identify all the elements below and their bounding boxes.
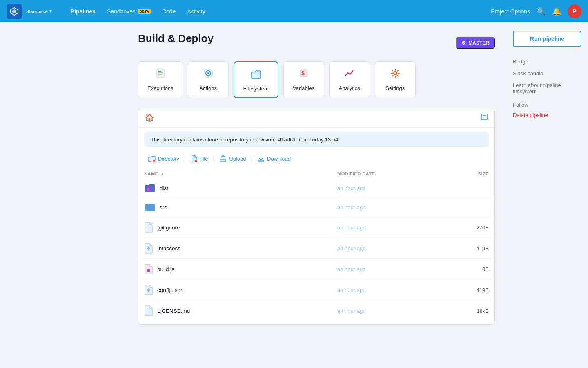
svg-point-23 [147, 188, 150, 191]
tab-variables[interactable]: $ Variables [283, 61, 324, 98]
nav-activity[interactable]: Activity [187, 8, 205, 15]
nav-pipelines[interactable]: Pipelines [71, 8, 96, 15]
table-row: dist an hour ago [141, 179, 492, 198]
svg-point-8 [207, 72, 209, 74]
col-name[interactable]: NAME ▲ [141, 169, 334, 179]
folder-colored-icon [144, 184, 156, 193]
divider-2: | [212, 155, 216, 162]
page-title: Build & Deploy [138, 32, 214, 45]
notifications-icon[interactable]: 🔔 [552, 7, 561, 16]
download-button[interactable]: Download [253, 153, 295, 164]
top-navigation: Starspace ▾ Pipelines Sandboxes BETA Cod… [0, 0, 588, 22]
file-name-src[interactable]: src [144, 203, 331, 212]
home-icon[interactable]: 🏠 [145, 113, 154, 122]
svg-rect-13 [481, 114, 487, 120]
title-row: Build & Deploy ⚙ MASTER [138, 32, 495, 53]
svg-text:+: + [153, 160, 155, 163]
svg-rect-5 [158, 74, 162, 75]
directory-button[interactable]: + Directory [144, 153, 183, 164]
follow-section: Follow Delete pipeline [513, 102, 581, 118]
sidebar-left [0, 22, 127, 368]
col-size[interactable]: SIZE [439, 169, 492, 179]
tab-filesystem[interactable]: Filesystem [234, 61, 278, 98]
run-pipeline-button[interactable]: Run pipeline [513, 31, 581, 47]
svg-text:+: + [195, 160, 196, 162]
nav-links: Pipelines Sandboxes BETA Code Activity [71, 8, 205, 15]
user-avatar[interactable]: P [568, 4, 581, 18]
settings-label: Settings [385, 85, 405, 91]
page-wrapper: Build & Deploy ⚙ MASTER Executions Actio… [0, 22, 588, 368]
folder-plain-icon [144, 203, 156, 212]
actions-icon [203, 67, 214, 82]
tab-settings[interactable]: Settings [375, 61, 416, 98]
file-button[interactable]: + File [187, 153, 212, 164]
svg-marker-1 [12, 9, 16, 13]
app-logo[interactable] [7, 4, 22, 19]
col-modified[interactable]: MODIFIED DATE [334, 169, 439, 179]
slack-handle-link[interactable]: Slack handle [513, 70, 581, 76]
filesystem-icon [250, 68, 262, 82]
actions-label: Actions [199, 85, 217, 91]
file-icon [144, 222, 153, 233]
fs-breadcrumb: 🏠 [138, 108, 494, 128]
file-upload-icon [144, 243, 153, 254]
svg-rect-4 [158, 72, 163, 73]
brand-name[interactable]: Starspace ▾ [26, 9, 52, 14]
tabs-row: Executions Actions Filesystem $ [138, 61, 495, 98]
svg-point-25 [147, 269, 150, 272]
main-content: Build & Deploy ⚙ MASTER Executions Actio… [127, 22, 506, 368]
table-row: config.json an hour ago 419B [141, 280, 492, 301]
learn-link[interactable]: Learn about pipeline filesystem [513, 82, 581, 94]
fs-info-bar: This directory contains clone of reposit… [144, 132, 489, 147]
variables-icon: $ [298, 67, 310, 82]
upload-button[interactable]: Upload [215, 153, 250, 164]
file-colored-icon [144, 264, 153, 274]
follow-link[interactable]: Follow [513, 102, 581, 108]
table-row: build.js an hour ago 0B [141, 259, 492, 280]
table-row: .htaccess an hour ago 419B [141, 238, 492, 259]
tab-executions[interactable]: Executions [138, 61, 183, 98]
sidebar-links-section: Badge Slack handle Learn about pipeline … [513, 58, 581, 94]
variables-label: Variables [293, 85, 314, 91]
file-name-buildjs[interactable]: build.js [144, 264, 331, 274]
delete-pipeline-link[interactable]: Delete pipeline [513, 112, 581, 118]
executions-label: Executions [147, 85, 174, 91]
beta-badge: BETA [138, 9, 151, 14]
topnav-right: Project Options 🔍 🔔 P [491, 4, 581, 18]
file-name-dist[interactable]: dist [144, 184, 331, 193]
file-upload2-icon [144, 285, 153, 295]
file-name-licensemd[interactable]: LICENSE.md [144, 305, 331, 316]
project-options-link[interactable]: Project Options [491, 8, 530, 15]
fs-actions: + Directory | + File | Upload | Download [138, 152, 494, 169]
settings-icon [390, 67, 401, 82]
settings-gear-icon: ⚙ [461, 40, 466, 46]
nav-sandboxes[interactable]: Sandboxes BETA [107, 8, 151, 15]
svg-point-12 [394, 72, 397, 75]
filesystem-label: Filesystem [243, 85, 269, 92]
table-row: src an hour ago [141, 198, 492, 217]
nav-code[interactable]: Code [162, 8, 176, 15]
file-name-htaccess[interactable]: .htaccess [144, 243, 331, 254]
file-name-gitignore[interactable]: .gitignore [144, 222, 331, 233]
file-name-configjson[interactable]: config.json [144, 285, 331, 295]
analytics-label: Analytics [339, 85, 360, 91]
table-row: LICENSE.md an hour ago 18kB [141, 301, 492, 321]
tab-analytics[interactable]: Analytics [329, 61, 370, 98]
master-badge-button[interactable]: ⚙ MASTER [456, 37, 495, 49]
filesystem-panel: 🏠 This directory contains clone of repos… [138, 108, 495, 325]
search-icon[interactable]: 🔍 [537, 7, 546, 16]
svg-rect-19 [220, 159, 226, 162]
file-table: NAME ▲ MODIFIED DATE SIZE [141, 169, 492, 321]
executions-icon [155, 67, 166, 82]
sidebar-right: Run pipeline Badge Slack handle Learn ab… [506, 22, 588, 368]
divider-1: | [183, 155, 187, 162]
tab-actions[interactable]: Actions [188, 61, 229, 98]
file-plain-icon [144, 305, 153, 316]
svg-rect-3 [158, 71, 161, 72]
analytics-icon [344, 67, 355, 82]
divider-3: | [250, 155, 253, 162]
badge-link[interactable]: Badge [513, 58, 581, 65]
sort-arrow: ▲ [160, 172, 164, 176]
table-row: .gitignore an hour ago 270B [141, 217, 492, 238]
resize-icon[interactable] [481, 113, 488, 122]
